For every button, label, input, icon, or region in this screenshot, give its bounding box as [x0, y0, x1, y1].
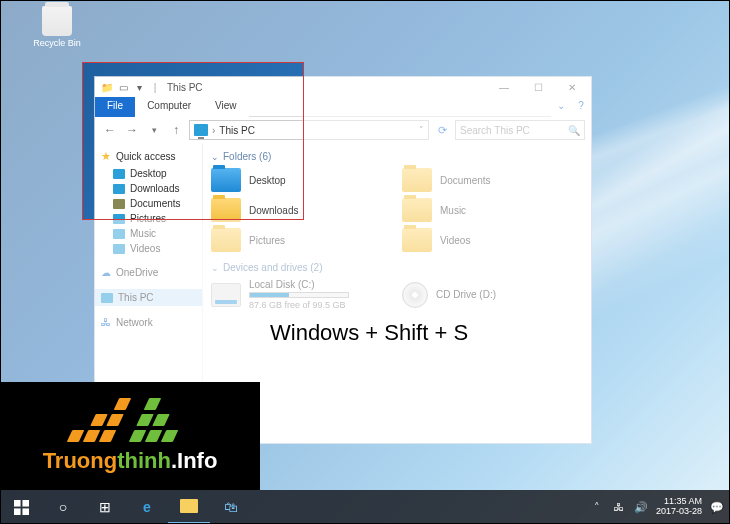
back-button[interactable]: ←: [101, 121, 119, 139]
watermark-logo: Truongthinh.Info: [0, 382, 260, 490]
sidebar-item-pictures[interactable]: Pictures: [95, 211, 202, 226]
folder-icon: [211, 228, 241, 252]
search-box[interactable]: Search This PC 🔍: [455, 120, 585, 140]
network-icon: 🖧: [101, 317, 111, 328]
sidebar-item-desktop[interactable]: Desktop: [95, 166, 202, 181]
window-title: This PC: [167, 82, 203, 93]
help-icon[interactable]: ?: [571, 97, 591, 117]
chevron-down-icon: ⌄: [211, 263, 219, 273]
tab-view[interactable]: View: [203, 97, 249, 117]
folder-documents[interactable]: Documents: [402, 168, 583, 192]
tray-network-icon[interactable]: 🖧: [612, 500, 626, 514]
titlebar[interactable]: 📁 ▭ ▾ | This PC — ☐ ✕: [95, 77, 591, 97]
drive-local-c[interactable]: Local Disk (C:) 87.6 GB free of 99.5 GB: [211, 279, 392, 310]
drive-space-bar: [249, 292, 349, 298]
edge-button[interactable]: e: [126, 490, 168, 524]
address-bar[interactable]: › This PC ˅: [189, 120, 429, 140]
folder-icon: [211, 168, 241, 192]
desktop: Recycle Bin 📁 ▭ ▾ | This PC — ☐ ✕ File C…: [0, 0, 730, 524]
task-view-button[interactable]: ⊞: [84, 490, 126, 524]
folder-icon: [402, 228, 432, 252]
taskbar: ○ ⊞ e 🛍 ˄ 🖧 🔊 11:35 AM 2017-03-28 💬: [0, 490, 730, 524]
taskbar-clock[interactable]: 11:35 AM 2017-03-28: [656, 497, 702, 517]
pc-icon: [101, 293, 113, 303]
address-text: This PC: [219, 125, 255, 136]
qat-dropdown-icon[interactable]: ▾: [133, 81, 145, 93]
folder-downloads[interactable]: Downloads: [211, 198, 392, 222]
history-dropdown[interactable]: ▾: [145, 121, 163, 139]
star-icon: ★: [101, 150, 111, 163]
tab-computer[interactable]: Computer: [135, 97, 203, 117]
tray-volume-icon[interactable]: 🔊: [634, 500, 648, 514]
svg-rect-1: [22, 500, 29, 507]
action-center-icon[interactable]: 💬: [710, 500, 724, 514]
svg-rect-2: [14, 508, 21, 515]
music-icon: [113, 229, 125, 239]
tab-file[interactable]: File: [95, 97, 135, 117]
sidebar-item-documents[interactable]: Documents: [95, 196, 202, 211]
svg-rect-0: [14, 500, 21, 507]
pictures-icon: [113, 214, 125, 224]
ribbon-tabs: File Computer View ⌄ ?: [95, 97, 591, 117]
search-placeholder: Search This PC: [460, 125, 530, 136]
recycle-bin[interactable]: Recycle Bin: [32, 6, 82, 48]
refresh-button[interactable]: ⟳: [433, 124, 451, 137]
folder-pictures[interactable]: Pictures: [211, 228, 392, 252]
chevron-down-icon: ⌄: [211, 152, 219, 162]
sidebar-thispc[interactable]: This PC: [95, 289, 202, 306]
folder-music[interactable]: Music: [402, 198, 583, 222]
drive-cd-d[interactable]: CD Drive (D:): [402, 279, 583, 310]
cd-icon: [402, 282, 428, 308]
recycle-bin-label: Recycle Bin: [32, 38, 82, 48]
content-pane: ⌄ Folders (6) Desktop Documents Download…: [203, 143, 591, 443]
search-button[interactable]: ○: [42, 490, 84, 524]
up-button[interactable]: ↑: [167, 121, 185, 139]
cloud-icon: ☁: [101, 267, 111, 278]
folder-icon: [402, 198, 432, 222]
explorer-button[interactable]: [168, 490, 210, 524]
title-sep: |: [149, 81, 161, 93]
logo-dots-orange: [67, 398, 132, 442]
ribbon-expand-icon[interactable]: ⌄: [551, 97, 571, 117]
svg-rect-3: [22, 508, 29, 515]
sidebar-item-videos[interactable]: Videos: [95, 241, 202, 256]
folder-icon: [180, 499, 198, 513]
address-dropdown-icon[interactable]: ˅: [419, 125, 424, 135]
sidebar-network[interactable]: 🖧Network: [95, 314, 202, 331]
folder-icon: [402, 168, 432, 192]
thispc-icon: [194, 124, 208, 136]
folder-videos[interactable]: Videos: [402, 228, 583, 252]
recycle-bin-icon: [42, 6, 72, 36]
folder-icon: 📁: [101, 81, 113, 93]
desktop-icon: [113, 169, 125, 179]
sidebar-onedrive[interactable]: ☁OneDrive: [95, 264, 202, 281]
drive-icon: [211, 283, 241, 307]
search-icon: 🔍: [568, 125, 580, 136]
logo-dots-green: [129, 398, 194, 442]
sidebar-quick-access[interactable]: ★ Quick access: [95, 147, 202, 166]
folders-section-header[interactable]: ⌄ Folders (6): [211, 151, 583, 162]
maximize-button[interactable]: ☐: [521, 77, 555, 97]
close-button[interactable]: ✕: [555, 77, 589, 97]
properties-icon[interactable]: ▭: [117, 81, 129, 93]
documents-icon: [113, 199, 125, 209]
downloads-icon: [113, 184, 125, 194]
sidebar-item-music[interactable]: Music: [95, 226, 202, 241]
store-button[interactable]: 🛍: [210, 490, 252, 524]
minimize-button[interactable]: —: [487, 77, 521, 97]
folder-icon: [211, 198, 241, 222]
address-bar-row: ← → ▾ ↑ › This PC ˅ ⟳ Search This PC 🔍: [95, 117, 591, 143]
drives-section-header[interactable]: ⌄ Devices and drives (2): [211, 262, 583, 273]
system-tray: ˄ 🖧 🔊 11:35 AM 2017-03-28 💬: [590, 497, 730, 517]
logo-text: Truongthinh.Info: [43, 448, 218, 474]
tray-chevron-icon[interactable]: ˄: [590, 500, 604, 514]
videos-icon: [113, 244, 125, 254]
sidebar-item-downloads[interactable]: Downloads: [95, 181, 202, 196]
forward-button[interactable]: →: [123, 121, 141, 139]
shortcut-caption: Windows + Shift + S: [270, 320, 468, 346]
start-button[interactable]: [0, 490, 42, 524]
folder-desktop[interactable]: Desktop: [211, 168, 392, 192]
